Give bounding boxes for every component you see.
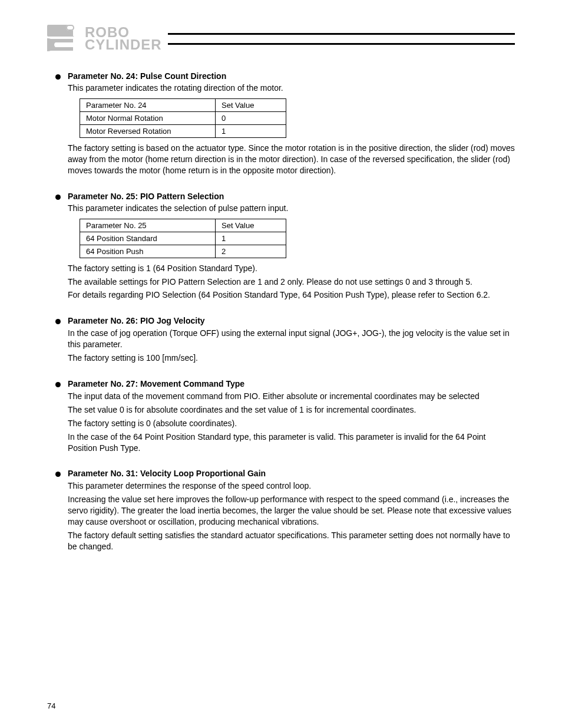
table-row: Motor Normal Rotation 0: [80, 112, 286, 125]
param-title: Parameter No. 26: PIO Jog Velocity: [68, 316, 515, 325]
page-number: 74: [47, 701, 55, 710]
param-title: Parameter No. 27: Movement Command Type: [68, 379, 515, 388]
param-table: Parameter No. 25 Set Value 64 Position S…: [80, 219, 286, 258]
logo-text: ROBO CYLINDER: [85, 27, 162, 51]
bullet-icon: [55, 382, 61, 387]
body-text: In the case of jog operation (Torque OFF…: [68, 328, 515, 350]
table-cell: 64 Position Push: [80, 245, 216, 258]
table-row: 64 Position Push 2: [80, 245, 286, 258]
body-text: The input data of the movement command f…: [68, 391, 515, 402]
content: Parameter No. 24: Pulse Count Direction …: [47, 71, 515, 555]
param-item: Parameter No. 31: Velocity Loop Proporti…: [55, 469, 515, 554]
param-item: Parameter No. 26: PIO Jog Velocity In th…: [55, 316, 515, 366]
table-cell: Parameter No. 24: [80, 99, 216, 112]
param-table: Parameter No. 24 Set Value Motor Normal …: [80, 98, 286, 138]
body-text: The factory setting is 0 (absolute coord…: [68, 418, 515, 429]
param-item: Parameter No. 27: Movement Command Type …: [55, 379, 515, 456]
header-rule-line: [168, 33, 515, 35]
table-cell: 0: [216, 112, 286, 125]
body-text: For details regarding PIO Selection (64 …: [68, 289, 515, 301]
bullet-icon: [55, 319, 61, 324]
table-cell: Parameter No. 25: [80, 219, 216, 232]
table-row: 64 Position Standard 1: [80, 232, 286, 245]
body-text: The available settings for PIO Pattern S…: [68, 276, 515, 288]
table-cell: Set Value: [216, 219, 286, 232]
param-title: Parameter No. 24: Pulse Count Direction: [68, 71, 515, 81]
header-rule-line: [168, 43, 515, 45]
table-cell: 2: [216, 245, 286, 258]
body-text: The factory default setting satisfies th…: [68, 530, 515, 552]
body-text: The factory setting is 1 (64 Position St…: [68, 263, 515, 274]
body-text: The factory setting is 100 [mm/sec].: [68, 353, 515, 364]
bullet-icon: [55, 472, 61, 477]
table-row: Parameter No. 24 Set Value: [80, 99, 286, 112]
svg-rect-3: [67, 26, 73, 29]
header-rule: [168, 33, 515, 45]
param-body: The input data of the movement command f…: [68, 391, 515, 453]
bullet-icon: [55, 74, 61, 80]
param-body: The factory setting is 1 (64 Position St…: [68, 263, 515, 301]
param-title: Parameter No. 31: Velocity Loop Proporti…: [68, 469, 515, 478]
bullet-icon: [55, 195, 61, 200]
table-cell: 64 Position Standard: [80, 232, 216, 245]
param-subtitle: This parameter indicates the selection o…: [68, 203, 515, 213]
table-cell: 1: [216, 232, 286, 245]
param-body: The factory setting is based on the actu…: [68, 143, 515, 176]
param-item: Parameter No. 25: PIO Pattern Selection …: [55, 192, 515, 304]
body-text: In the case of the 64 Point Position Sta…: [68, 431, 515, 454]
param-body: This parameter determines the response o…: [68, 480, 515, 552]
table-row: Parameter No. 25 Set Value: [80, 219, 286, 232]
rc-logo-icon: [47, 24, 81, 54]
page-header: ROBO CYLINDER: [47, 24, 515, 54]
table-cell: Set Value: [216, 99, 286, 112]
table-row: Motor Reversed Rotation 1: [80, 125, 286, 138]
body-text: This parameter determines the response o…: [68, 480, 515, 492]
body-text: The factory setting is based on the actu…: [68, 143, 515, 176]
param-body: In the case of jog operation (Torque OFF…: [68, 328, 515, 364]
logo: ROBO CYLINDER: [47, 24, 162, 54]
table-cell: Motor Normal Rotation: [80, 112, 216, 125]
table-cell: Motor Reversed Rotation: [80, 125, 216, 138]
table-cell: 1: [216, 125, 286, 138]
body-text: The set value 0 is for absolute coordina…: [68, 404, 515, 416]
param-item: Parameter No. 24: Pulse Count Direction …: [55, 71, 515, 179]
logo-text-bottom: CYLINDER: [85, 39, 162, 51]
param-subtitle: This parameter indicates the rotating di…: [68, 83, 515, 93]
body-text: Increasing the value set here improves t…: [68, 494, 515, 528]
param-title: Parameter No. 25: PIO Pattern Selection: [68, 192, 515, 201]
